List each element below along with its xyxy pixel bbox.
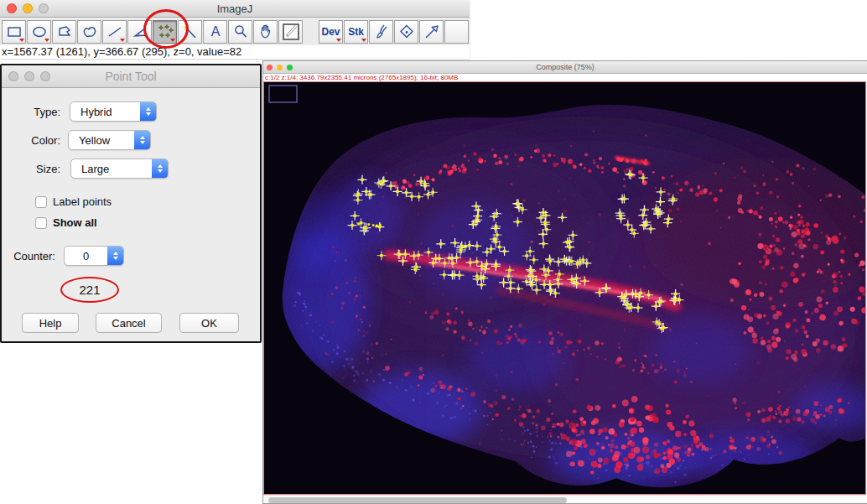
image-window-titlebar[interactable]: Composite (75%)	[263, 61, 867, 74]
angle-icon	[132, 23, 148, 40]
imagej-toolbar: A	[0, 18, 470, 45]
bucket-fill-icon	[398, 23, 415, 40]
size-select[interactable]: Large	[70, 158, 169, 179]
polygon-tool-button[interactable]	[52, 20, 76, 44]
size-label: Size:	[2, 163, 60, 175]
freehand-icon	[81, 23, 98, 40]
show-all-label: Show all	[53, 216, 97, 229]
tool-menu-indicator	[336, 39, 341, 42]
color-label: Color:	[2, 134, 60, 147]
dev-menu-button[interactable]: Dev	[319, 20, 343, 44]
size-value: Large	[71, 159, 152, 178]
type-select[interactable]: Hybrid	[70, 101, 157, 122]
stepper-icon	[134, 131, 150, 149]
dialog-title: Point Tool	[2, 70, 260, 83]
rectangle-tool-button[interactable]	[2, 20, 26, 44]
image-window-title: Composite (75%)	[263, 63, 867, 71]
color-value: Yellow	[69, 131, 134, 149]
screen: Composite (75%) c:1/2 z:1/4; 3436.79x235…	[0, 0, 867, 504]
text-icon: A	[207, 23, 224, 40]
oval-tool-button[interactable]	[27, 20, 51, 44]
type-value: Hybrid	[70, 102, 140, 121]
counter-select[interactable]: 0	[64, 246, 124, 266]
imagej-main-window: ImageJ	[0, 0, 470, 59]
imagej-status-bar: x=1567.37 (1261), y=366.67 (295), z=0, v…	[0, 45, 470, 58]
dialog-titlebar[interactable]: Point Tool	[2, 65, 260, 88]
dropper-icon	[282, 23, 300, 41]
label-points-checkbox[interactable]	[35, 196, 47, 208]
stk-menu-button[interactable]: Stk	[344, 20, 368, 44]
polygon-icon	[56, 23, 73, 40]
imagej-titlebar[interactable]: ImageJ	[0, 0, 470, 18]
counter-value: 0	[65, 247, 107, 265]
horizontal-scrollbar-thumb[interactable]	[268, 497, 567, 503]
image-canvas[interactable]	[263, 81, 866, 495]
color-picker-tool-button[interactable]	[278, 20, 303, 44]
horizontal-scrollbar[interactable]	[263, 495, 867, 503]
arrow-icon	[423, 23, 440, 40]
stepper-icon	[152, 159, 168, 178]
angle-tool-button[interactable]	[127, 20, 152, 44]
tool-menu-indicator	[19, 39, 24, 42]
fill-tool-button[interactable]	[394, 20, 418, 44]
wand-icon	[182, 23, 199, 40]
line-tool-button[interactable]	[102, 20, 127, 44]
line-icon	[106, 23, 123, 40]
dev-label: Dev	[321, 26, 340, 38]
empty-tool-slot[interactable]	[444, 20, 469, 44]
annotation-circle-count	[60, 277, 119, 303]
oval-icon	[31, 23, 48, 40]
composite-image-window: Composite (75%) c:1/2 z:1/4; 3436.79x235…	[262, 60, 867, 504]
tool-menu-indicator	[170, 39, 175, 42]
magnifier-icon	[232, 23, 249, 40]
arrow-tool-button[interactable]	[419, 20, 444, 44]
rectangle-icon	[6, 23, 23, 40]
stepper-icon	[140, 102, 156, 121]
brush-icon	[373, 23, 390, 40]
wand-tool-button[interactable]	[178, 20, 202, 44]
counter-label: Counter:	[2, 250, 55, 262]
point-tool-button[interactable]	[153, 20, 177, 44]
tool-menu-indicator	[120, 39, 125, 42]
image-info-line: c:1/2 z:1/4; 3436.79x2355.41 microns (27…	[263, 74, 867, 81]
color-select[interactable]: Yellow	[68, 130, 151, 150]
hand-icon	[257, 23, 274, 40]
zoom-tool-button[interactable]	[228, 20, 252, 44]
brush-tool-button[interactable]	[369, 20, 393, 44]
ok-button[interactable]: OK	[179, 313, 239, 333]
tool-menu-indicator	[44, 39, 49, 42]
show-all-checkbox[interactable]	[35, 217, 47, 229]
stk-label: Stk	[348, 26, 364, 38]
stepper-icon	[107, 247, 123, 265]
hand-tool-button[interactable]	[253, 20, 278, 44]
svg-text:A: A	[210, 24, 220, 39]
cancel-button[interactable]: Cancel	[96, 313, 162, 333]
tool-menu-indicator	[361, 39, 366, 42]
text-tool-button[interactable]: A	[203, 20, 227, 44]
point-tool-dialog: Point Tool Type: Hybrid Color: Yellow Si…	[0, 64, 262, 343]
help-button[interactable]: Help	[22, 313, 79, 333]
label-points-label: Label points	[53, 195, 112, 208]
multi-point-icon	[157, 23, 174, 40]
fluorescence-micrograph[interactable]	[264, 82, 865, 494]
imagej-title: ImageJ	[0, 3, 470, 15]
freehand-tool-button[interactable]	[77, 20, 101, 44]
type-label: Type:	[2, 106, 60, 118]
